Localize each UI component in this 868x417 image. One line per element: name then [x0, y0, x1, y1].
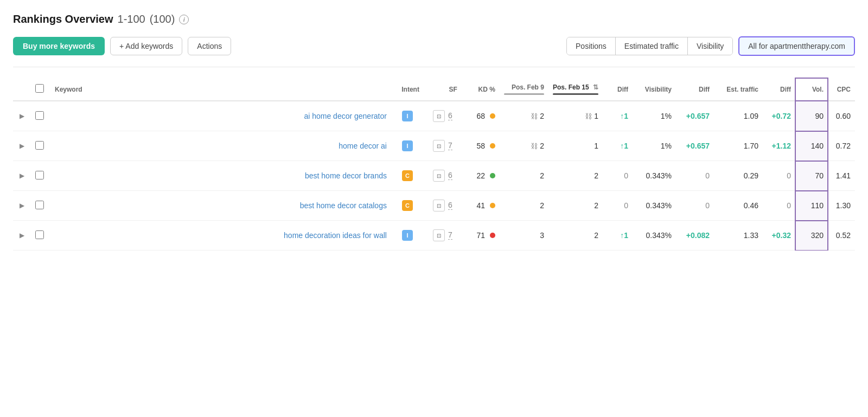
row-checkbox[interactable]	[35, 230, 44, 239]
chain-icon: ⛓	[531, 142, 538, 150]
pos-feb9-value: 2	[504, 171, 544, 180]
row-checkbox[interactable]	[35, 171, 44, 179]
pos-feb9-cell: ⛓2	[500, 101, 548, 131]
vis-diff-value: 0	[705, 171, 710, 180]
visibility-value: 0.343%	[646, 201, 672, 210]
cpc-cell: 1.30	[828, 191, 855, 221]
est-traffic-value: 1.70	[744, 142, 758, 150]
est-traffic-value: 0.46	[744, 201, 758, 210]
checkbox-cell	[31, 131, 50, 161]
est-diff-value: 0	[787, 171, 791, 180]
intent-badge: C	[402, 170, 413, 181]
page-title: Rankings Overview 1-100 (100) i	[13, 13, 855, 25]
add-keywords-button[interactable]: + Add keywords	[110, 37, 182, 55]
kd-cell: 68	[462, 101, 500, 131]
pos-feb15-value: 2	[553, 201, 598, 210]
positions-tab[interactable]: Positions	[567, 37, 616, 55]
keyword-link[interactable]: best home decor catalogs	[300, 201, 387, 210]
keyword-link[interactable]: ai home decor generator	[304, 112, 387, 120]
vol-cell: 320	[795, 221, 828, 251]
col-header-intent: Intent	[391, 78, 424, 101]
sf-num: 7	[448, 141, 452, 150]
est-diff-cell: +1.12	[763, 131, 795, 161]
est-traffic-cell: 0.46	[714, 191, 763, 221]
expand-button[interactable]: ▶	[17, 230, 27, 240]
sf-cell: ⊡ 7	[424, 221, 462, 251]
estimated-traffic-tab[interactable]: Estimated traffic	[616, 37, 688, 55]
diff-value: ↑1	[620, 231, 628, 240]
diff-cell: ↑1	[603, 101, 633, 131]
row-checkbox[interactable]	[35, 201, 44, 209]
expand-cell: ▶	[13, 131, 31, 161]
diff-value: 0	[624, 171, 628, 180]
checkbox-cell	[31, 191, 50, 221]
pos-feb9-value: ⛓2	[504, 112, 544, 120]
visibility-tab[interactable]: Visibility	[688, 37, 732, 55]
est-diff-cell: 0	[763, 161, 795, 191]
pos-feb9-cell: 3	[500, 221, 548, 251]
expand-cell: ▶	[13, 161, 31, 191]
intent-badge: I	[402, 111, 413, 121]
cpc-value: 0.72	[836, 142, 851, 150]
sf-cell: ⊡ 6	[424, 191, 462, 221]
pos-feb15-value: 1	[553, 142, 598, 150]
expand-button[interactable]: ▶	[17, 171, 27, 181]
keyword-link[interactable]: home decor ai	[339, 142, 387, 150]
chain-icon: ⛓	[585, 112, 592, 120]
cpc-value: 0.52	[836, 231, 851, 240]
title-count: (100)	[150, 13, 175, 25]
vis-diff-value: +0.657	[686, 142, 710, 150]
vol-value: 70	[815, 171, 824, 180]
row-checkbox[interactable]	[35, 111, 44, 120]
kd-cell: 22	[462, 161, 500, 191]
visibility-cell: 0.343%	[633, 221, 676, 251]
pos-feb9-value: 2	[504, 201, 544, 210]
sf-num: 6	[448, 111, 452, 120]
keyword-link[interactable]: best home decor brands	[305, 171, 387, 180]
pos-feb9-value: 3	[504, 231, 544, 240]
actions-button[interactable]: Actions	[188, 37, 231, 55]
keyword-link[interactable]: home decoration ideas for wall	[284, 231, 387, 240]
table-row: ▶ home decor ai I ⊡ 7 58 ⛓2 1 ↑1 1%	[13, 131, 855, 161]
kd-dot	[490, 113, 495, 119]
pos-feb9-value: ⛓2	[504, 142, 544, 150]
kd-cell: 41	[462, 191, 500, 221]
visibility-cell: 1%	[633, 131, 676, 161]
col-header-checkbox	[31, 78, 50, 101]
vol-value: 90	[815, 112, 824, 120]
sf-cell: ⊡ 7	[424, 131, 462, 161]
expand-button[interactable]: ▶	[17, 141, 27, 151]
expand-cell: ▶	[13, 101, 31, 131]
diff-cell: ↑1	[603, 131, 633, 161]
col-header-vol: Vol.	[795, 78, 828, 101]
cpc-value: 1.30	[836, 201, 851, 210]
intent-cell: C	[391, 161, 424, 191]
col-header-pos-feb9[interactable]: Pos. Feb 9	[500, 78, 548, 101]
row-checkbox[interactable]	[35, 141, 44, 150]
pos-feb9-cell: 2	[500, 191, 548, 221]
visibility-value: 0.343%	[646, 231, 672, 240]
vis-diff-value: +0.657	[686, 112, 710, 120]
vol-cell: 90	[795, 101, 828, 131]
table-row: ▶ ai home decor generator I ⊡ 6 68 ⛓2 ⛓1…	[13, 101, 855, 131]
select-all-checkbox[interactable]	[35, 84, 44, 93]
est-traffic-value: 1.33	[744, 231, 758, 240]
keyword-cell: best home decor brands	[50, 161, 391, 191]
vis-diff-cell: +0.657	[676, 101, 714, 131]
est-traffic-cell: 1.70	[714, 131, 763, 161]
checkbox-cell	[31, 101, 50, 131]
all-for-domain-button[interactable]: All for apartmenttherapy.com	[738, 36, 855, 56]
expand-button[interactable]: ▶	[17, 201, 27, 210]
expand-cell: ▶	[13, 221, 31, 251]
vol-cell: 70	[795, 161, 828, 191]
col-header-expand	[13, 78, 31, 101]
intent-badge: I	[402, 230, 413, 241]
info-icon[interactable]: i	[179, 15, 189, 24]
vis-diff-value: +0.082	[686, 231, 710, 240]
diff-value: ↑1	[620, 112, 628, 120]
col-header-pos-feb15[interactable]: Pos. Feb 15 ⇅	[548, 78, 603, 101]
pos-feb15-cell: 2	[548, 191, 603, 221]
expand-button[interactable]: ▶	[17, 111, 27, 121]
vol-value: 140	[811, 142, 824, 150]
buy-keywords-button[interactable]: Buy more keywords	[13, 37, 105, 55]
